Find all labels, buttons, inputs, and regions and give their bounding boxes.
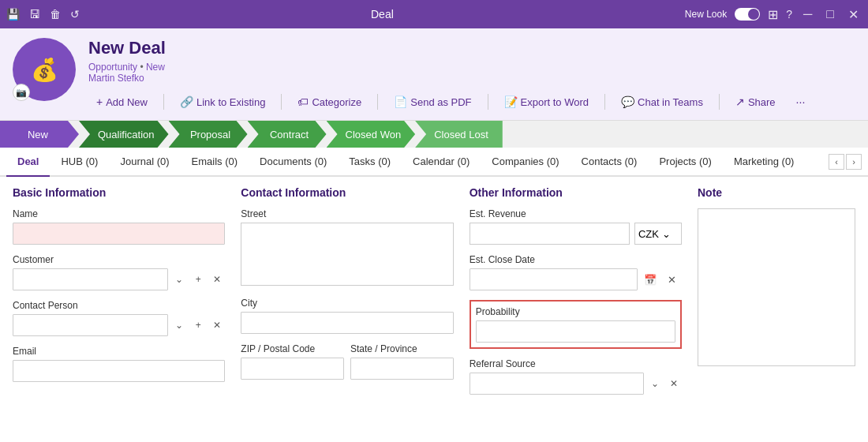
share-button[interactable]: ↗ Share <box>728 92 784 112</box>
tab-marketing[interactable]: Marketing (0) <box>723 148 806 177</box>
more-icon: ··· <box>796 96 806 108</box>
tab-tasks[interactable]: Tasks (0) <box>338 148 402 177</box>
calendar-icon[interactable]: 📅 <box>641 268 660 290</box>
tab-hub[interactable]: HUB (0) <box>50 148 109 177</box>
customer-dropdown-btn[interactable]: ⌄ <box>171 268 187 290</box>
name-input[interactable] <box>13 223 225 245</box>
title-bar: 💾 🖫 🗑 ↺ Deal New Look ⊞ ? ─ □ ✕ <box>0 0 868 28</box>
stage-won-label: Closed Won <box>346 129 402 140</box>
probability-input[interactable] <box>476 320 675 343</box>
header-top: 💰 📷 New Deal Opportunity • New Martin St… <box>13 38 855 112</box>
referral-source-input-row: ⌄ ✕ <box>470 373 682 395</box>
zip-input[interactable] <box>241 358 344 380</box>
pdf-icon: 📄 <box>394 96 407 108</box>
city-input[interactable] <box>241 312 453 334</box>
page-title: New Deal <box>88 38 855 58</box>
record-type: Opportunity <box>88 62 137 73</box>
toolbar: + Add New 🔗 Link to Existing 🏷 Categoriz… <box>88 92 855 112</box>
referral-source-input[interactable] <box>470 373 644 395</box>
delete-icon[interactable]: 🗑 <box>50 8 61 21</box>
stage-prop-label: Proposal <box>190 129 230 140</box>
street-input[interactable] <box>241 223 453 286</box>
stage-new[interactable]: New <box>0 121 79 148</box>
tabs-scroll-left[interactable]: ‹ <box>829 154 844 170</box>
est-revenue-field-group: Est. Revenue CZK ⌄ <box>470 208 682 245</box>
state-label: State / Province <box>350 343 454 354</box>
customer-field-group: Customer ⌄ + ✕ <box>13 254 225 290</box>
note-section: Note <box>698 186 855 433</box>
est-close-date-input[interactable] <box>470 268 638 290</box>
date-row: 📅 ✕ <box>470 268 682 290</box>
city-field-group: City <box>241 298 453 334</box>
tabs-arrows: ‹ › <box>829 154 862 170</box>
tabs-scroll-right[interactable]: › <box>846 154 862 170</box>
new-look-label: New Look <box>685 9 727 20</box>
contact-person-label: Contact Person <box>13 300 225 311</box>
new-look-toggle[interactable] <box>735 8 760 21</box>
more-button[interactable]: ··· <box>788 92 814 112</box>
zip-field-group: ZIP / Postal Code <box>241 343 344 380</box>
referral-source-dropdown-btn[interactable]: ⌄ <box>647 373 663 395</box>
contact-person-dropdown-btn[interactable]: ⌄ <box>171 314 187 336</box>
referral-source-clear-btn[interactable]: ✕ <box>666 373 682 395</box>
send-pdf-button[interactable]: 📄 Send as PDF <box>386 92 479 112</box>
stage-proposal[interactable]: Proposal <box>169 121 248 148</box>
stage-closed-won[interactable]: Closed Won <box>327 121 416 148</box>
stage-contract[interactable]: Contract <box>248 121 327 148</box>
tab-calendar[interactable]: Calendar (0) <box>402 148 481 177</box>
toolbar-separator-2 <box>281 94 282 110</box>
tab-companies[interactable]: Companies (0) <box>481 148 570 177</box>
export-word-button[interactable]: 📝 Export to Word <box>496 92 597 112</box>
link-existing-button[interactable]: 🔗 Link to Existing <box>172 92 273 112</box>
add-new-label: Add New <box>106 96 148 108</box>
tab-documents[interactable]: Documents (0) <box>249 148 338 177</box>
toolbar-separator-4 <box>488 94 488 110</box>
zip-state-row: ZIP / Postal Code State / Province <box>241 343 453 389</box>
contact-person-input[interactable] <box>13 314 168 336</box>
tab-emails[interactable]: Emails (0) <box>181 148 249 177</box>
tab-deal[interactable]: Deal <box>6 148 50 177</box>
close-button[interactable]: ✕ <box>845 6 862 24</box>
state-field-group: State / Province <box>350 343 454 380</box>
probability-field-group: Probability <box>470 300 682 349</box>
help-icon[interactable]: ? <box>786 8 792 21</box>
save-as-icon[interactable]: 🖫 <box>29 8 40 21</box>
categorize-button[interactable]: 🏷 Categorize <box>290 92 369 112</box>
tab-projects[interactable]: Projects (0) <box>648 148 722 177</box>
add-new-button[interactable]: + Add New <box>88 92 155 112</box>
currency-select[interactable]: CZK ⌄ <box>634 223 682 245</box>
grid-icon[interactable]: ⊞ <box>768 7 778 22</box>
chat-teams-button[interactable]: 💬 Chat in Teams <box>613 92 711 112</box>
contact-person-add-btn[interactable]: + <box>190 314 206 336</box>
street-label: Street <box>241 208 453 219</box>
share-label: Share <box>748 96 776 108</box>
add-icon: + <box>96 96 103 108</box>
contact-info-section: Contact Information Street City ZIP / Po… <box>241 186 453 433</box>
est-close-date-field-group: Est. Close Date 📅 ✕ <box>470 254 682 290</box>
stage-closed-lost[interactable]: Closed Lost <box>415 121 503 148</box>
toolbar-separator-3 <box>377 94 378 110</box>
customer-clear-btn[interactable]: ✕ <box>209 268 225 290</box>
customer-add-btn[interactable]: + <box>190 268 206 290</box>
camera-button[interactable]: 📷 <box>13 84 30 101</box>
refresh-icon[interactable]: ↺ <box>70 8 80 21</box>
state-input[interactable] <box>350 358 454 380</box>
restore-button[interactable]: □ <box>823 6 837 23</box>
customer-input-row: ⌄ + ✕ <box>13 268 225 290</box>
save-icon[interactable]: 💾 <box>6 8 20 21</box>
referral-source-field-group: Referral Source ⌄ ✕ <box>470 358 682 395</box>
stage-qualification[interactable]: Qualification <box>79 121 169 148</box>
est-revenue-input[interactable] <box>470 223 630 245</box>
customer-input[interactable] <box>13 268 168 290</box>
word-icon: 📝 <box>504 96 518 108</box>
link-existing-label: Link to Existing <box>196 96 265 108</box>
minimize-button[interactable]: ─ <box>800 6 815 23</box>
tab-contacts[interactable]: Contacts (0) <box>571 148 649 177</box>
clear-date-button[interactable]: ✕ <box>663 268 682 290</box>
name-label: Name <box>13 208 225 219</box>
tab-journal[interactable]: Journal (0) <box>109 148 180 177</box>
tag-icon: 🏷 <box>297 96 309 108</box>
note-textarea[interactable] <box>698 208 855 366</box>
email-input[interactable] <box>13 360 225 382</box>
contact-person-clear-btn[interactable]: ✕ <box>209 314 225 336</box>
